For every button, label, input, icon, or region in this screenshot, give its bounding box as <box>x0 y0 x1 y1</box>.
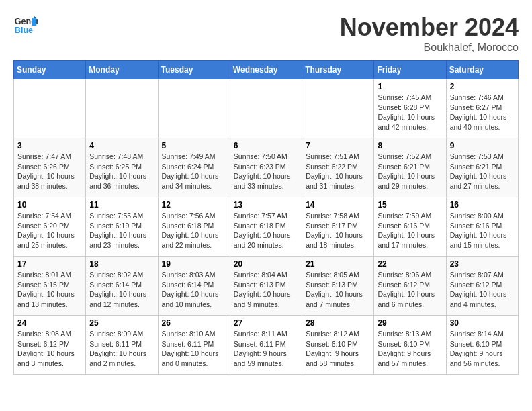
header-monday: Monday <box>86 61 158 79</box>
table-row: 3Sunrise: 7:47 AM Sunset: 6:26 PM Daylig… <box>14 138 86 197</box>
day-info: Sunrise: 8:11 AM Sunset: 6:11 PM Dayligh… <box>234 329 298 369</box>
header-wednesday: Wednesday <box>230 61 302 79</box>
table-row: 21Sunrise: 8:05 AM Sunset: 6:13 PM Dayli… <box>302 257 374 316</box>
day-number: 6 <box>234 141 298 150</box>
day-number: 4 <box>89 141 154 150</box>
day-number: 8 <box>378 141 442 150</box>
day-info: Sunrise: 8:09 AM Sunset: 6:11 PM Dayligh… <box>89 329 154 369</box>
day-number: 22 <box>378 259 442 269</box>
day-number: 9 <box>450 141 515 150</box>
day-info: Sunrise: 7:49 AM Sunset: 6:24 PM Dayligh… <box>162 152 226 191</box>
table-row <box>86 79 158 138</box>
table-row: 5Sunrise: 7:49 AM Sunset: 6:24 PM Daylig… <box>158 138 230 197</box>
table-row: 23Sunrise: 8:07 AM Sunset: 6:12 PM Dayli… <box>446 257 518 316</box>
day-number: 7 <box>306 141 370 150</box>
day-info: Sunrise: 8:07 AM Sunset: 6:12 PM Dayligh… <box>450 270 515 310</box>
table-row <box>230 79 302 138</box>
day-number: 23 <box>450 259 515 269</box>
table-row: 13Sunrise: 7:57 AM Sunset: 6:18 PM Dayli… <box>230 197 302 257</box>
header: General Blue November 2024 Boukhalef, Mo… <box>13 13 519 54</box>
day-info: Sunrise: 8:00 AM Sunset: 6:16 PM Dayligh… <box>450 211 515 250</box>
table-row: 18Sunrise: 8:02 AM Sunset: 6:14 PM Dayli… <box>86 257 158 316</box>
table-row: 30Sunrise: 8:14 AM Sunset: 6:10 PM Dayli… <box>446 316 518 375</box>
table-row: 7Sunrise: 7:51 AM Sunset: 6:22 PM Daylig… <box>302 138 374 197</box>
day-info: Sunrise: 7:48 AM Sunset: 6:25 PM Dayligh… <box>89 152 154 191</box>
weekday-header-row: Sunday Monday Tuesday Wednesday Thursday… <box>14 61 519 79</box>
day-info: Sunrise: 8:14 AM Sunset: 6:10 PM Dayligh… <box>450 329 515 369</box>
day-info: Sunrise: 7:50 AM Sunset: 6:23 PM Dayligh… <box>234 152 298 191</box>
day-number: 16 <box>450 200 515 210</box>
day-info: Sunrise: 8:12 AM Sunset: 6:10 PM Dayligh… <box>306 329 370 369</box>
day-info: Sunrise: 7:57 AM Sunset: 6:18 PM Dayligh… <box>234 211 298 250</box>
month-title: November 2024 <box>340 13 519 42</box>
table-row: 25Sunrise: 8:09 AM Sunset: 6:11 PM Dayli… <box>86 316 158 375</box>
day-info: Sunrise: 7:54 AM Sunset: 6:20 PM Dayligh… <box>17 211 82 250</box>
table-row: 12Sunrise: 7:56 AM Sunset: 6:18 PM Dayli… <box>158 197 230 257</box>
day-info: Sunrise: 7:45 AM Sunset: 6:28 PM Dayligh… <box>378 93 442 132</box>
table-row: 10Sunrise: 7:54 AM Sunset: 6:20 PM Dayli… <box>14 197 86 257</box>
calendar-week-row: 17Sunrise: 8:01 AM Sunset: 6:15 PM Dayli… <box>14 257 519 316</box>
table-row: 29Sunrise: 8:13 AM Sunset: 6:10 PM Dayli… <box>374 316 446 375</box>
day-info: Sunrise: 7:56 AM Sunset: 6:18 PM Dayligh… <box>162 211 226 250</box>
table-row: 26Sunrise: 8:10 AM Sunset: 6:11 PM Dayli… <box>158 316 230 375</box>
day-info: Sunrise: 7:46 AM Sunset: 6:27 PM Dayligh… <box>450 93 515 132</box>
day-number: 27 <box>234 318 298 328</box>
table-row: 20Sunrise: 8:04 AM Sunset: 6:13 PM Dayli… <box>230 257 302 316</box>
logo: General Blue <box>13 13 38 38</box>
day-number: 20 <box>234 259 298 269</box>
day-info: Sunrise: 8:03 AM Sunset: 6:14 PM Dayligh… <box>162 270 226 310</box>
day-info: Sunrise: 8:04 AM Sunset: 6:13 PM Dayligh… <box>234 270 298 310</box>
svg-text:Blue: Blue <box>15 26 33 35</box>
table-row: 22Sunrise: 8:06 AM Sunset: 6:12 PM Dayli… <box>374 257 446 316</box>
day-info: Sunrise: 8:02 AM Sunset: 6:14 PM Dayligh… <box>89 270 154 310</box>
calendar-week-row: 1Sunrise: 7:45 AM Sunset: 6:28 PM Daylig… <box>14 79 519 138</box>
day-info: Sunrise: 7:51 AM Sunset: 6:22 PM Dayligh… <box>306 152 370 191</box>
table-row: 4Sunrise: 7:48 AM Sunset: 6:25 PM Daylig… <box>86 138 158 197</box>
table-row <box>158 79 230 138</box>
table-row: 1Sunrise: 7:45 AM Sunset: 6:28 PM Daylig… <box>374 79 446 138</box>
day-number: 29 <box>378 318 442 328</box>
header-saturday: Saturday <box>446 61 518 79</box>
table-row: 19Sunrise: 8:03 AM Sunset: 6:14 PM Dayli… <box>158 257 230 316</box>
day-info: Sunrise: 8:06 AM Sunset: 6:12 PM Dayligh… <box>378 270 442 310</box>
day-number: 18 <box>89 259 154 269</box>
day-number: 15 <box>378 200 442 210</box>
table-row: 16Sunrise: 8:00 AM Sunset: 6:16 PM Dayli… <box>446 197 518 257</box>
calendar-week-row: 10Sunrise: 7:54 AM Sunset: 6:20 PM Dayli… <box>14 197 519 257</box>
day-info: Sunrise: 8:05 AM Sunset: 6:13 PM Dayligh… <box>306 270 370 310</box>
table-row: 2Sunrise: 7:46 AM Sunset: 6:27 PM Daylig… <box>446 79 518 138</box>
day-info: Sunrise: 8:10 AM Sunset: 6:11 PM Dayligh… <box>162 329 226 369</box>
day-number: 30 <box>450 318 515 328</box>
calendar-table: Sunday Monday Tuesday Wednesday Thursday… <box>13 60 519 375</box>
header-friday: Friday <box>374 61 446 79</box>
day-info: Sunrise: 7:58 AM Sunset: 6:17 PM Dayligh… <box>306 211 370 250</box>
day-info: Sunrise: 7:53 AM Sunset: 6:21 PM Dayligh… <box>450 152 515 191</box>
table-row <box>14 79 86 138</box>
day-number: 28 <box>306 318 370 328</box>
title-block: November 2024 Boukhalef, Morocco <box>340 13 519 54</box>
day-info: Sunrise: 7:47 AM Sunset: 6:26 PM Dayligh… <box>17 152 82 191</box>
day-info: Sunrise: 8:08 AM Sunset: 6:12 PM Dayligh… <box>17 329 82 369</box>
table-row: 14Sunrise: 7:58 AM Sunset: 6:17 PM Dayli… <box>302 197 374 257</box>
day-number: 17 <box>17 259 82 269</box>
day-number: 12 <box>162 200 226 210</box>
day-number: 13 <box>234 200 298 210</box>
day-number: 1 <box>378 82 442 91</box>
table-row: 9Sunrise: 7:53 AM Sunset: 6:21 PM Daylig… <box>446 138 518 197</box>
table-row: 17Sunrise: 8:01 AM Sunset: 6:15 PM Dayli… <box>14 257 86 316</box>
header-tuesday: Tuesday <box>158 61 230 79</box>
svg-marker-2 <box>32 18 36 26</box>
day-number: 26 <box>162 318 226 328</box>
location: Boukhalef, Morocco <box>340 42 519 54</box>
calendar-week-row: 24Sunrise: 8:08 AM Sunset: 6:12 PM Dayli… <box>14 316 519 375</box>
day-info: Sunrise: 7:59 AM Sunset: 6:16 PM Dayligh… <box>378 211 442 250</box>
day-number: 24 <box>17 318 82 328</box>
day-info: Sunrise: 7:55 AM Sunset: 6:19 PM Dayligh… <box>89 211 154 250</box>
day-number: 3 <box>17 141 82 150</box>
header-sunday: Sunday <box>14 61 86 79</box>
table-row: 28Sunrise: 8:12 AM Sunset: 6:10 PM Dayli… <box>302 316 374 375</box>
header-thursday: Thursday <box>302 61 374 79</box>
day-number: 21 <box>306 259 370 269</box>
day-number: 19 <box>162 259 226 269</box>
day-number: 25 <box>89 318 154 328</box>
